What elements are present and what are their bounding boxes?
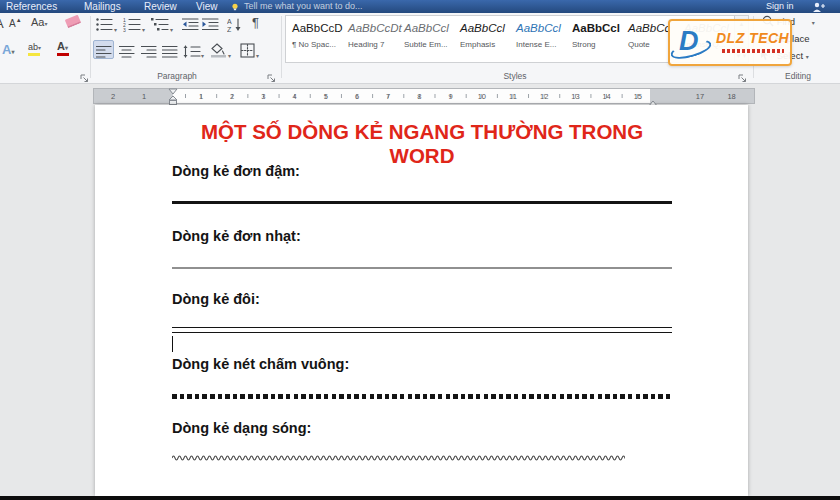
ruler-number: 6 [355,92,359,101]
ruler-number: 4 [293,92,297,101]
ruler-number: 1 [199,92,203,101]
style-label: Intense E... [516,40,568,49]
logo-text: DLZ TECH [716,30,789,46]
align-right-button[interactable] [141,44,157,62]
style-sample: AaBbCcl [516,21,568,36]
sample-line-thick [172,201,672,204]
ruler-number: 5 [324,92,328,101]
style-label: Strong [572,40,624,49]
sample-line-dotted [172,394,672,399]
section-heading: Dòng kẻ nét chấm vuông: [172,356,349,372]
ruler: 211234567891011121314151718 [93,88,755,104]
ruler-number: 8 [417,92,421,101]
sample-line-wavy [172,447,625,456]
group-separator [281,16,282,78]
bullet-list-button[interactable]: ▾ [95,17,117,36]
style-sample: AaBbCcl [404,21,456,36]
svg-text:Z: Z [227,26,232,32]
borders-button[interactable]: ▾ [240,43,259,62]
sample-line-thin [172,267,672,269]
style-item[interactable]: AaBbCclStrong [570,19,626,62]
align-left-icon [96,44,112,62]
sample-line-double [172,327,672,333]
numbered-list-button[interactable]: 123▾ [123,17,145,36]
grow-font-button[interactable]: A▲ [9,17,22,29]
ruler-number: 14 [602,92,610,101]
styles-group-label: Styles [430,71,600,81]
increase-indent-button[interactable] [202,17,219,36]
tab-review[interactable]: Review [144,0,177,13]
style-item[interactable]: AaBbCcDtHeading 7 [346,19,402,62]
dlz-tech-watermark: D DLZ TECH [668,19,792,66]
logo-tagline-bar [722,49,784,53]
section-heading: Dòng kẻ dạng sóng: [172,420,311,436]
style-item[interactable]: AaBbCclIntense E... [514,19,570,62]
section-heading: Dòng kẻ đơn đậm: [172,163,300,179]
sort-button[interactable]: AZ [227,17,243,36]
highlight-color-button[interactable]: ab▾ [28,42,41,56]
ruler-number: 12 [540,92,548,101]
align-center-button[interactable] [119,44,135,62]
document-title: MỘT SỐ DÒNG KẺ NGANG THƯỜNG TRONG WORD [172,120,672,168]
ruler-number: 1 [142,92,146,101]
sign-in-button[interactable]: Sign in [766,0,794,13]
paragraph-dialog-launcher[interactable] [267,69,276,78]
multilevel-list-button[interactable]: ▾ [151,17,173,36]
document-page[interactable]: MỘT SỐ DÒNG KẺ NGANG THƯỜNG TRONG WORD D… [95,105,748,496]
style-sample: AaBbCcD [292,21,344,36]
line-spacing-button[interactable]: ▾ [183,44,204,62]
ruler-number: 9 [449,92,453,101]
ruler-number: 10 [478,92,486,101]
style-sample: AaBbCcl [572,21,624,36]
style-label: Subtle Em... [404,40,456,49]
ruler-number: 13 [571,92,579,101]
style-label: Emphasis [460,40,512,49]
ruler-number: 2 [230,92,234,101]
style-sample: AaBbCcl [460,21,512,36]
font-cutoff-icon[interactable]: A [0,16,4,31]
word-window: { "titlebar": { "tabs": ["References", "… [0,0,840,500]
ruler-number: 3 [261,92,265,101]
change-case-button[interactable]: Aa▾ [31,16,47,28]
ruler-number: 7 [386,92,390,101]
font-dialog-launcher[interactable] [80,69,89,78]
lightbulb-icon [231,3,239,11]
paragraph-group-label: Paragraph [132,71,222,81]
pilcrow-button[interactable]: ¶ [252,15,259,30]
style-item[interactable]: AaBbCcD¶ No Spac... [290,19,346,62]
ruler-number: 2 [111,92,115,101]
ruler-number: 18 [727,92,735,101]
shading-button[interactable]: ▾ [210,43,231,62]
style-label: Heading 7 [348,40,400,49]
tab-view[interactable]: View [196,0,218,13]
styles-dialog-launcher[interactable] [738,69,747,78]
font-color-button[interactable]: A▾ [57,40,69,56]
style-item[interactable]: AaBbCclEmphasis [458,19,514,62]
style-label: ¶ No Spac... [292,40,344,49]
tab-mailings[interactable]: Mailings [84,0,121,13]
svg-text:3: 3 [123,27,126,32]
logo-d-letter: D [679,26,699,57]
editing-group-label: Editing [756,71,840,81]
ruler-number: 17 [696,92,704,101]
text-caret [172,336,173,352]
ruler-number: 11 [509,92,517,101]
group-separator [90,16,91,78]
ruler-number: 15 [634,92,642,101]
section-heading: Dòng kẻ đơn nhạt: [172,228,301,244]
ribbon-tab-bar: References Mailings Review View Tell me … [0,0,840,13]
clear-formatting-icon[interactable] [66,17,80,26]
tell-me-box[interactable]: Tell me what you want to do... [244,0,363,13]
style-item[interactable]: AaBbCclSubtle Em... [402,19,458,62]
style-sample: AaBbCcDt [348,21,400,36]
text-effects-button[interactable]: A▾ [2,42,14,57]
decrease-indent-button[interactable] [182,17,199,36]
section-heading: Dòng kẻ đôi: [172,291,260,307]
share-icon[interactable] [812,2,826,12]
tab-references[interactable]: References [6,0,57,13]
letterbox-bar [0,496,840,500]
justify-button[interactable] [162,44,178,62]
svg-text:A: A [227,18,232,25]
